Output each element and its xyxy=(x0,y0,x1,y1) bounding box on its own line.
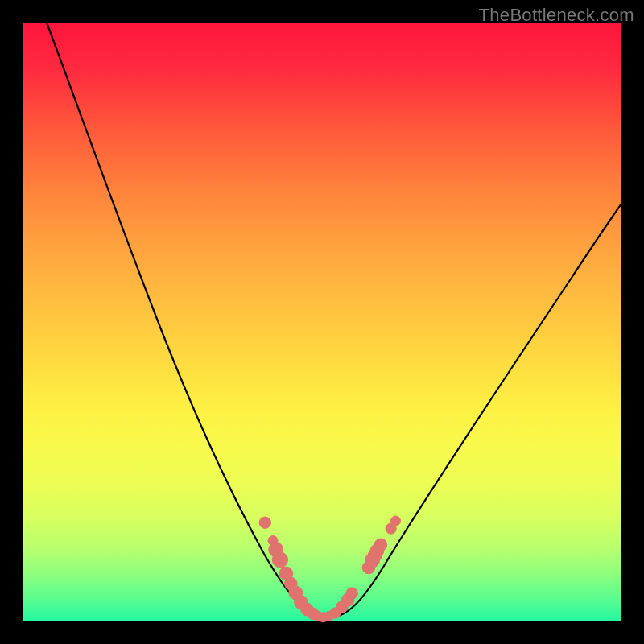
curve-marker xyxy=(346,588,357,599)
curve-marker xyxy=(374,539,387,551)
curve-marker xyxy=(272,552,287,568)
chart-frame xyxy=(23,23,621,621)
curve-marker xyxy=(391,516,401,526)
bottleneck-curve xyxy=(47,23,621,617)
chart-svg xyxy=(23,23,621,621)
curve-marker xyxy=(259,517,270,528)
watermark-text: TheBottleneck.com xyxy=(479,5,634,26)
marker-group xyxy=(259,516,400,622)
